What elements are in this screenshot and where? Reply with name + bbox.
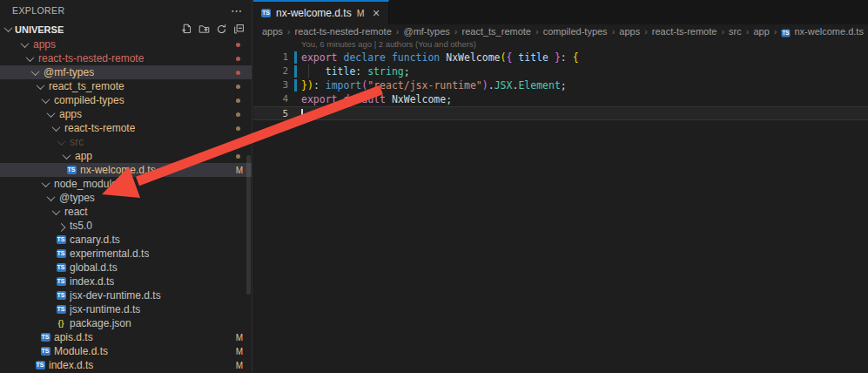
- tree-item-apps[interactable]: apps: [0, 107, 252, 121]
- editor-group: TS nx-welcome.d.ts M ✕ apps›react-ts-nes…: [253, 0, 868, 373]
- tree-item-jsx-dev-runtime-d-ts[interactable]: TSjsx-dev-runtime.d.ts: [0, 288, 252, 302]
- typescript-file-icon: TS: [57, 235, 66, 244]
- code-line-3[interactable]: 3}): import("react/jsx-runtime").JSX.Ele…: [253, 78, 868, 92]
- tree-item-label: compiled-types: [54, 94, 124, 106]
- tree-item-label: src: [70, 136, 84, 148]
- code-line-5[interactable]: 5: [253, 106, 868, 120]
- git-change-gutter: [294, 79, 297, 92]
- explorer-sidebar: EXPLORER ⋯ UNIVERSE appsreact-ts-nested-…: [0, 0, 252, 373]
- chevron-down-icon: [30, 67, 39, 76]
- tree-item-index-d-ts[interactable]: TSindex.d.tsM: [0, 358, 252, 372]
- tree-item-label: react_ts_remote: [49, 80, 124, 92]
- tree-item-src[interactable]: src: [0, 135, 252, 149]
- tree-item-label: apps: [33, 38, 56, 51]
- tree-item-apis-d-ts[interactable]: TSapis.d.tsM: [0, 330, 252, 344]
- code-line-4[interactable]: 4export default NxWelcome;: [253, 92, 868, 106]
- tree-item-jsx-runtime-d-ts[interactable]: TSjsx-runtime.d.ts: [0, 302, 252, 316]
- tab-title: nx-welcome.d.ts: [276, 7, 352, 19]
- breadcrumb-item[interactable]: react-ts-nested-remote: [295, 26, 392, 37]
- refresh-icon[interactable]: [216, 24, 227, 35]
- tree-item-label: nx-welcome.d.ts: [80, 164, 156, 176]
- json-file-icon: {}: [57, 319, 64, 328]
- chevron-down-icon: [46, 109, 55, 118]
- typescript-icon: TS: [782, 29, 791, 37]
- git-change-gutter: [294, 51, 297, 64]
- tree-item-app[interactable]: app: [0, 149, 252, 163]
- typescript-icon: TS: [261, 9, 271, 17]
- tree-item-index-d-ts[interactable]: TSindex.d.ts: [0, 275, 252, 288]
- text-cursor: [301, 109, 303, 119]
- tree-item-apps[interactable]: apps: [0, 37, 252, 51]
- tree-item-label: react-ts-nested-remote: [38, 52, 144, 64]
- workspace-section-header[interactable]: UNIVERSE: [0, 21, 252, 37]
- git-change-gutter: [294, 65, 297, 78]
- tree-item-compiled-types[interactable]: compiled-types: [0, 93, 252, 107]
- tab-nx-welcome[interactable]: TS nx-welcome.d.ts M ✕: [253, 0, 389, 24]
- tree-item-canary-d-ts[interactable]: TScanary.d.ts: [0, 233, 252, 247]
- modified-badge: M: [357, 8, 365, 18]
- breadcrumb-item[interactable]: src: [729, 26, 742, 37]
- new-file-icon[interactable]: [181, 24, 192, 35]
- chevron-right-icon: [57, 222, 65, 231]
- line-number: 5: [253, 107, 288, 121]
- tree-item-module-d-ts[interactable]: TSModule.d.tsM: [0, 344, 252, 358]
- modified-children-dot: [236, 43, 240, 47]
- breadcrumb-item[interactable]: react_ts_remote: [461, 26, 530, 37]
- breadcrumb-item[interactable]: apps: [262, 26, 283, 37]
- sidebar-scrollbar[interactable]: [246, 155, 251, 295]
- tree-item-label: canary.d.ts: [70, 234, 120, 246]
- explorer-title: EXPLORER: [12, 5, 231, 16]
- typescript-file-icon: TS: [41, 347, 50, 356]
- line-number: 2: [253, 64, 288, 78]
- breadcrumb-item[interactable]: app: [753, 26, 769, 37]
- chevron-down-icon: [51, 207, 60, 215]
- new-folder-icon[interactable]: [198, 24, 210, 35]
- tree-item-experimental-d-ts[interactable]: TSexperimental.d.ts: [0, 247, 252, 261]
- tree-item-label: app: [75, 150, 92, 162]
- tree-item-react-ts-nested-remote[interactable]: react-ts-nested-remote: [0, 51, 252, 65]
- breadcrumb-item[interactable]: @mf-types: [403, 26, 449, 37]
- tree-item-react[interactable]: react: [0, 205, 252, 219]
- modified-children-dot: [236, 71, 240, 75]
- typescript-file-icon: TS: [57, 263, 66, 272]
- vscode-window: EXPLORER ⋯ UNIVERSE appsreact-ts-nested-…: [0, 0, 868, 373]
- tree-item-react-ts-remote[interactable]: react-ts-remote: [0, 121, 252, 135]
- breadcrumb-item[interactable]: apps: [619, 26, 640, 37]
- tree-item-label: jsx-runtime.d.ts: [70, 303, 140, 315]
- more-actions-icon[interactable]: ⋯: [231, 4, 243, 17]
- tree-item-nx-welcome-d-ts[interactable]: TSnx-welcome.d.tsM: [0, 163, 252, 177]
- tree-item-package-json[interactable]: {}package.json: [0, 316, 252, 330]
- tree-item--types[interactable]: @types: [0, 191, 252, 205]
- tree-item--mf-types[interactable]: @mf-types: [0, 65, 252, 79]
- tree-item-label: index.d.ts: [70, 275, 114, 288]
- breadcrumb-separator: ›: [644, 26, 648, 37]
- typescript-file-icon: TS: [57, 305, 66, 314]
- breadcrumb-item[interactable]: compiled-types: [543, 26, 608, 37]
- breadcrumb-item[interactable]: TSnx-welcome.d.ts: [781, 26, 863, 37]
- tree-item-label: Module.d.ts: [54, 345, 108, 357]
- breadcrumb-item[interactable]: react-ts-remote: [652, 26, 717, 37]
- explorer-action-icons: [181, 24, 245, 35]
- chevron-down-icon: [36, 81, 44, 90]
- tree-item-react-ts-remote[interactable]: react_ts_remote: [0, 79, 252, 93]
- modified-children-dot: [236, 126, 240, 131]
- close-icon[interactable]: ✕: [372, 8, 380, 19]
- line-number: 3: [253, 78, 288, 92]
- tree-item-global-d-ts[interactable]: TSglobal.d.ts: [0, 261, 252, 275]
- line-number: 4: [253, 92, 288, 106]
- blame-annotation: You, 6 minutes ago | 2 authors (You and …: [253, 38, 868, 51]
- tree-item-label: apis.d.ts: [54, 331, 93, 343]
- tree-item-label: @types: [59, 192, 95, 204]
- code-line-2[interactable]: 2 title: string;: [253, 64, 868, 78]
- chevron-down-icon: [41, 179, 50, 187]
- breadcrumb-separator: ›: [454, 26, 458, 37]
- tree-item-label: global.d.ts: [70, 261, 118, 274]
- collapse-all-icon[interactable]: [233, 24, 245, 35]
- tree-item-label: experimental.d.ts: [70, 248, 149, 260]
- tree-item-node-modules[interactable]: node_modules: [0, 177, 252, 191]
- code-line-1[interactable]: 1export declare function NxWelcome({ tit…: [253, 51, 868, 64]
- explorer-header: EXPLORER ⋯: [0, 0, 252, 21]
- tree-item-label: react: [64, 206, 88, 218]
- code-editor[interactable]: You, 6 minutes ago | 2 authors (You and …: [253, 38, 868, 373]
- tree-item-ts5-0[interactable]: ts5.0: [0, 219, 252, 233]
